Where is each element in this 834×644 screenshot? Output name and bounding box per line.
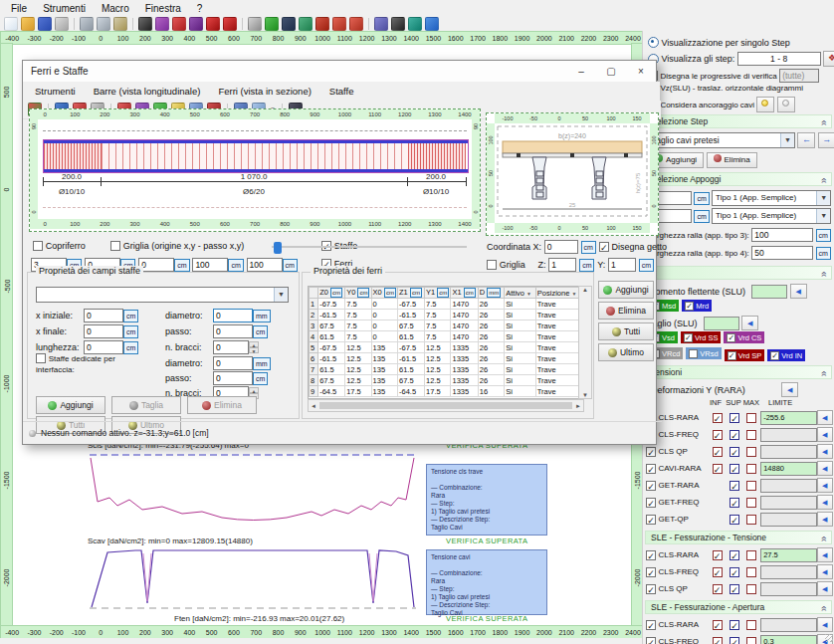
y-input[interactable]: 1 [608,258,636,272]
maximize-button[interactable]: ▢ [596,62,626,82]
checkbox[interactable]: ✓ [646,567,656,577]
ferri-tutti-button[interactable]: Tutti [598,322,654,340]
checkbox[interactable]: ✓ [684,333,693,342]
user-green-icon[interactable] [265,17,279,31]
share-teal-icon[interactable] [408,17,422,31]
checkbox[interactable]: ✓ [730,481,739,491]
checkbox[interactable]: ✓ [713,620,723,630]
goto-button[interactable]: ◀ [817,410,834,425]
chevron-down-icon[interactable]: ▼ [274,288,288,302]
checkbox[interactable] [746,413,756,423]
copy-icon[interactable] [97,17,110,31]
checkbox[interactable]: ✓ [713,567,723,577]
checkbox[interactable]: ✓ [730,567,739,577]
house-purple-icon[interactable] [189,17,203,31]
checkbox[interactable]: ✓ [730,637,739,644]
table-row[interactable]: 9-64.517.5135-64.517.5133516SiTrave [310,386,579,397]
goto-button[interactable]: ◀ [817,495,834,510]
checkbox[interactable]: ✓ [646,550,656,560]
taglia-button[interactable]: Taglia [111,396,181,414]
griglia-row[interactable]: Griglia (origine x,y - passo x,y) [110,240,244,251]
checkbox[interactable] [746,584,756,594]
scroll-right-icon[interactable]: ► [575,403,581,409]
taglio-goto-button[interactable]: ◀ [741,316,758,330]
checkbox[interactable]: ✓ [728,351,736,360]
pen-red-icon[interactable] [332,17,346,31]
legend-chip-vrd-ss[interactable]: ✓Vrd SS [681,331,721,343]
section-view[interactable]: -100-50050100150 -100-50050100150 100500… [486,112,659,236]
checkbox[interactable]: ✓ [770,351,779,360]
bulb-on-button[interactable] [756,97,774,112]
checkbox[interactable]: ✓ [730,464,739,474]
checkbox[interactable]: ✓ [713,550,723,560]
table-hscrollbar[interactable]: ◄► [308,399,584,412]
menu-item-macro[interactable]: Macro [95,2,136,15]
limit-value[interactable] [760,565,816,579]
section-tensioni-header[interactable]: Tensioni » [645,365,832,379]
bulb-off-button[interactable] [777,97,795,112]
menu-item-file[interactable]: File [4,2,34,15]
pen-red2-icon[interactable] [349,17,363,31]
sectionview-canvas[interactable]: b(z)=240 25 h(z)=75 [495,123,650,223]
goto-button[interactable]: ◀ [817,581,834,596]
limit-value[interactable]: 0.3 [760,635,816,644]
section-appoggi-header[interactable]: Selezione Appoggi » [645,172,832,186]
checkbox[interactable]: ✓ [646,481,656,491]
momento-value-box[interactable] [751,285,787,299]
ferri-table[interactable]: Z0 cmY0 cmX0 cmZ1 cmY1 cmX1 cmD mmAttivo… [308,286,580,399]
checkbox[interactable] [746,620,756,630]
goto-button[interactable]: ◀ [817,427,834,442]
ralla4-input[interactable]: 50 [751,246,813,260]
checkbox[interactable] [746,430,756,440]
view-single-step-radio-row[interactable]: Visualizzazione per singolo Step [648,37,790,48]
checkbox[interactable]: ✓ [646,464,656,474]
checkbox[interactable] [689,349,698,358]
checkbox[interactable] [746,515,756,525]
chevron-down-icon[interactable]: ▼ [571,291,576,297]
scroll-up-icon[interactable]: ▲ [582,287,588,293]
ralla3-input[interactable]: 100 [751,228,813,242]
limit-value[interactable] [760,582,816,596]
checkbox[interactable]: ✓ [713,430,723,440]
grid-value-input-4[interactable]: 100 [247,258,283,272]
limit-value[interactable] [760,428,816,442]
copriferro-row[interactable]: Copriferro [33,240,86,251]
checkbox[interactable]: ✓ [646,637,656,644]
copriferro-checkbox[interactable] [33,241,43,251]
cs2-2-input[interactable]: 0 [213,340,249,354]
checkbox[interactable]: ✓ [730,584,739,594]
step-prev-button[interactable]: ← [797,132,815,148]
cs3-1-input[interactable]: 0 [213,371,253,385]
grid-value-input-3[interactable]: 100 [192,258,228,272]
limit-value[interactable]: 14880 [760,462,816,476]
load-down-icon[interactable] [206,17,220,31]
table-row[interactable]: 6-61.512.5135-61.512.5133526SiTrave [310,353,579,364]
checkbox[interactable] [746,567,756,577]
hscroll-thumb[interactable] [319,402,572,409]
checkbox[interactable]: ✓ [685,302,694,311]
taglio-value-box[interactable] [704,317,739,330]
close-button[interactable]: × [626,62,656,82]
legend-chip-mrd[interactable]: ✓Mrd [682,300,712,312]
dialog-menu-strumenti[interactable]: Strumenti [27,84,84,99]
section-slu-header[interactable]: » [645,266,832,280]
checkbox[interactable]: ✓ [730,498,739,508]
checkbox[interactable] [746,550,756,560]
checkbox[interactable] [746,464,756,474]
checkbox[interactable] [746,481,756,491]
spinner[interactable]: ▲▼ [249,341,259,354]
gear-violet-icon[interactable] [374,17,388,31]
collapse-icon[interactable]: » [818,606,831,612]
checkbox[interactable]: ✓ [730,550,739,560]
limit-value[interactable]: -255.6 [760,411,816,425]
limit-value[interactable] [760,513,816,527]
table-row[interactable]: 5-67.512.5135-67.512.5133526SiTrave [310,342,579,353]
goto-button[interactable]: ◀ [817,444,834,459]
limit-value[interactable] [760,618,816,632]
cs1-1-input[interactable]: 0 [84,324,123,338]
chevron-down-icon[interactable]: ▼ [780,133,794,147]
limit-value[interactable]: 27.5 [760,548,816,562]
house-red-icon[interactable] [172,17,186,31]
table-row[interactable]: 461.57.5061.57.5147026SiTrave [310,331,579,342]
collapse-icon[interactable]: » [818,371,831,377]
